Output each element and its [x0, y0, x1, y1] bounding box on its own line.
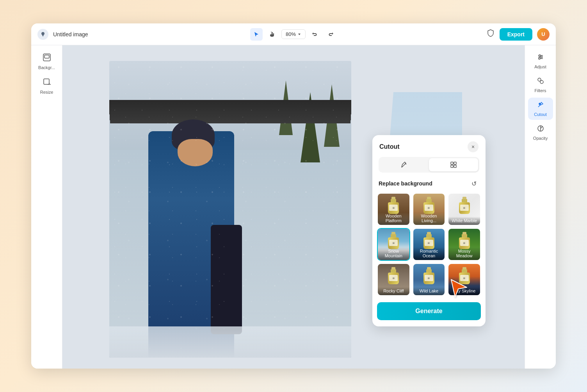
panel-title: Cutout: [379, 143, 400, 150]
zoom-value: 80%: [286, 31, 296, 37]
cutout-tool-button[interactable]: Cutout: [528, 98, 553, 120]
cutout-icon: [537, 101, 544, 110]
bg-label-wooden-living: Wooden Living...: [413, 212, 445, 225]
bg-item-wooden-platform[interactable]: ▤ Wooden Platform: [377, 193, 410, 226]
pattern-tab[interactable]: [429, 158, 478, 171]
bg-label-romantic-ocean: Romantic Ocean: [413, 247, 445, 260]
user-avatar[interactable]: U: [537, 28, 550, 41]
bg-item-city-skyline[interactable]: ▤ City Skyline: [448, 263, 481, 296]
bg-label-wild-lake: Wild Lake: [413, 287, 445, 295]
bg-item-wild-lake[interactable]: ▤ Wild Lake: [413, 263, 446, 296]
refresh-button[interactable]: ↺: [468, 178, 479, 189]
svg-point-15: [540, 80, 543, 84]
topbar-right: Export U: [486, 28, 550, 41]
adjust-icon: [537, 53, 544, 63]
sidebar-item-resize[interactable]: Resize: [34, 75, 59, 98]
adjust-label: Adjust: [534, 64, 546, 69]
export-button[interactable]: Export: [500, 28, 532, 41]
adjust-tool-button[interactable]: Adjust: [528, 50, 553, 72]
background-icon: [43, 53, 51, 64]
filters-icon: [537, 77, 544, 87]
sidebar-item-background-label: Backgr...: [38, 65, 55, 70]
left-sidebar: Backgr... Resize: [31, 45, 62, 369]
sidebar-item-background[interactable]: Backgr...: [34, 50, 59, 73]
svg-point-11: [539, 55, 541, 56]
bg-label-rocky-cliff: Rocky Cliff: [378, 287, 409, 295]
bg-item-white-marble[interactable]: ▤ White Marble: [448, 193, 481, 226]
svg-point-16: [539, 103, 541, 105]
svg-rect-6: [454, 165, 456, 167]
resize-icon: [43, 78, 51, 88]
bg-item-rocky-cliff[interactable]: ▤ Rocky Cliff: [377, 263, 410, 296]
cutout-panel: Cutout ×: [372, 135, 486, 326]
bg-label-mossy-meadow: Mossy Meadow: [448, 247, 480, 260]
generate-button[interactable]: Generate: [377, 302, 481, 320]
shield-icon: [486, 29, 495, 39]
bg-label-city-skyline: City Skyline: [448, 287, 480, 295]
bg-item-wooden-living[interactable]: ▤ Wooden Living...: [413, 193, 446, 226]
toolbar-center: 80%: [250, 28, 337, 41]
svg-rect-2: [44, 79, 49, 84]
canvas-photo[interactable]: [109, 61, 351, 358]
bg-item-mossy-meadow[interactable]: ▤ Mossy Meadow: [448, 228, 481, 261]
eraser-tab[interactable]: [380, 158, 429, 171]
canvas-area: Cutout ×: [62, 45, 525, 369]
background-grid: ▤ Wooden Platform ▤ Wooden Living... ▤ W…: [372, 193, 486, 301]
opacity-label: Opacity: [533, 136, 548, 141]
panel-tabs: [379, 157, 479, 173]
svg-point-12: [541, 56, 542, 58]
app-window: Untitled image 80%: [31, 23, 556, 369]
filters-label: Filters: [535, 88, 546, 93]
opacity-tool-button[interactable]: Opacity: [528, 121, 553, 144]
svg-rect-1: [44, 55, 49, 58]
app-logo: [37, 29, 48, 40]
bg-label-snow-mountain: Snow Mountain: [378, 247, 409, 260]
svg-point-13: [539, 58, 540, 59]
svg-rect-3: [451, 162, 453, 164]
svg-rect-5: [451, 165, 453, 167]
replace-bg-label: Replace background: [379, 180, 432, 187]
zoom-selector[interactable]: 80%: [281, 29, 306, 39]
topbar: Untitled image 80%: [31, 23, 556, 45]
redo-button[interactable]: [324, 28, 337, 41]
opacity-icon: [537, 125, 544, 134]
cutout-label: Cutout: [534, 112, 546, 117]
svg-rect-4: [454, 162, 456, 164]
bg-label-wooden-platform: Wooden Platform: [378, 212, 409, 225]
replace-bg-header: Replace background ↺: [372, 178, 486, 193]
close-panel-button[interactable]: ×: [468, 141, 478, 152]
panel-header: Cutout ×: [372, 135, 486, 157]
select-tool-button[interactable]: [250, 28, 263, 41]
bg-item-romantic-ocean[interactable]: ▤ Romantic Ocean: [413, 228, 446, 261]
hand-tool-button[interactable]: [266, 28, 278, 41]
bg-item-snow-mountain[interactable]: ▤ Snow Mountain: [377, 228, 410, 261]
sidebar-item-resize-label: Resize: [40, 90, 53, 94]
bg-label-white-marble: White Marble: [448, 217, 480, 225]
main-area: Backgr... Resize: [31, 45, 556, 369]
filters-tool-button[interactable]: Filters: [528, 74, 553, 96]
right-sidebar: Adjust Filters Cutout: [525, 45, 556, 369]
undo-button[interactable]: [309, 28, 321, 41]
